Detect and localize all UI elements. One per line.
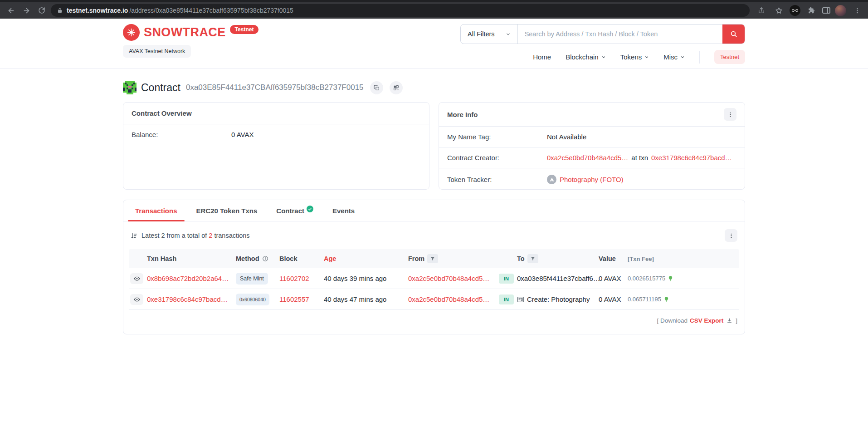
extension-avatar-icon[interactable] <box>790 5 800 16</box>
creator-txn-link[interactable]: 0xe31798c6c84c97bacd… <box>651 154 732 162</box>
brand-name[interactable]: SNOWTRACE <box>144 24 226 41</box>
value-cell: 0 AVAX <box>599 275 628 282</box>
col-age[interactable]: Age <box>324 255 408 262</box>
col-method: Method <box>236 255 279 262</box>
balance-label: Balance: <box>132 131 231 138</box>
page-title: Contract <box>141 82 180 94</box>
kebab-icon <box>728 233 734 239</box>
transactions-count: 2 <box>209 232 212 239</box>
tab-contract[interactable]: Contract <box>269 200 321 221</box>
side-panel-icon[interactable] <box>822 7 830 14</box>
col-block: Block <box>279 255 324 262</box>
transaction-row: 0xe31798c6c84c97bacd… 0x60806040 1160255… <box>129 289 739 310</box>
search-filter-label: All Filters <box>468 30 495 38</box>
from-address-link[interactable]: 0xa2c5e0bd70b48a4cd5… <box>408 275 489 282</box>
gas-bulb-icon <box>663 296 669 302</box>
token-tracker-row: Token Tracker: Photography (FOTO) <box>439 168 745 191</box>
method-badge: 0x60806040 <box>236 294 269 305</box>
csv-export-link[interactable]: CSV Export <box>690 317 723 324</box>
creator-address-link[interactable]: 0xa2c5e0bd70b48a4cd5… <box>547 154 628 162</box>
chevron-down-icon <box>506 32 511 37</box>
to-filter-icon[interactable] <box>527 254 538 263</box>
transactions-card: Transactions ERC20 Token Txns Contract E… <box>123 200 745 334</box>
chevron-down-icon <box>680 55 685 59</box>
info-circle-icon[interactable] <box>262 255 268 262</box>
copy-address-button[interactable] <box>370 81 383 94</box>
reload-icon[interactable] <box>35 4 48 17</box>
eye-icon <box>134 296 140 303</box>
age-value: 40 days 39 mins ago <box>324 275 408 282</box>
creator-at-txn-text: at txn <box>631 154 648 162</box>
transactions-menu-button[interactable] <box>725 229 737 242</box>
search-filter-dropdown[interactable]: All Filters <box>461 25 518 44</box>
contract-creator-label: Contract Creator: <box>447 154 547 162</box>
nav-misc[interactable]: Misc <box>663 53 685 61</box>
col-txn-fee: [Txn Fee] <box>628 255 739 262</box>
contract-address: 0xa03E85F4411e37CBAff635975bf38cB2737F00… <box>186 83 364 92</box>
bookmark-star-icon[interactable] <box>772 4 785 17</box>
main-nav: Home Blockchain Tokens Misc Testnet <box>533 50 745 64</box>
txn-hash-link[interactable]: 0x8b698ac72bd20b2a64… <box>147 275 229 282</box>
nav-testnet-button[interactable]: Testnet <box>714 50 745 64</box>
search-bar: All Filters <box>460 24 745 44</box>
preview-txn-button[interactable] <box>130 273 143 284</box>
profile-avatar[interactable] <box>835 5 846 16</box>
name-tag-label: My Name Tag: <box>447 133 547 141</box>
from-filter-icon[interactable] <box>427 254 438 263</box>
download-icon <box>727 318 732 324</box>
gas-bulb-icon <box>668 275 673 281</box>
txn-fee-value: 0.0026515775 <box>628 275 665 282</box>
sort-descending-icon <box>131 232 137 239</box>
more-info-card: More Info My Name Tag: Not Available Con… <box>439 102 745 190</box>
contract-creation-icon <box>517 296 524 303</box>
back-icon[interactable] <box>5 4 17 17</box>
brand-block: SNOWTRACE Testnet AVAX Testnet Network <box>123 24 258 64</box>
nav-tokens[interactable]: Tokens <box>620 53 649 61</box>
page-title-row: Contract 0xa03E85F4411e37CBAff635975bf38… <box>123 81 745 94</box>
tab-events[interactable]: Events <box>325 200 362 221</box>
browser-chrome: testnet.snowtrace.io /address/0xa03e85f4… <box>0 0 868 19</box>
name-tag-row: My Name Tag: Not Available <box>439 127 745 147</box>
tab-transactions[interactable]: Transactions <box>128 200 185 221</box>
chevron-down-icon <box>644 55 649 59</box>
qr-code-icon <box>393 85 399 91</box>
direction-badge: IN <box>499 274 514 284</box>
nav-home[interactable]: Home <box>533 53 551 61</box>
nav-divider <box>699 51 700 64</box>
table-header-row: Txn Hash Method Block Age From <box>129 249 739 268</box>
tab-erc20-token-txns[interactable]: ERC20 Token Txns <box>189 200 265 221</box>
snowtrace-logo-icon[interactable] <box>123 24 140 41</box>
eye-icon <box>134 275 140 282</box>
block-link[interactable]: 11602702 <box>279 275 309 282</box>
browser-menu-icon[interactable] <box>851 4 863 17</box>
value-cell: 0 AVAX <box>599 295 628 303</box>
search-input[interactable] <box>518 25 722 44</box>
forward-icon[interactable] <box>20 4 33 17</box>
search-button[interactable] <box>722 25 745 44</box>
transaction-row: 0x8b698ac72bd20b2a64… Safe Mint 11602702… <box>129 268 739 289</box>
browser-actions <box>752 4 863 17</box>
transactions-table: Txn Hash Method Block Age From <box>129 249 739 310</box>
transactions-summary-text: Latest 2 from a total of 2 transactions <box>141 232 250 239</box>
share-icon[interactable] <box>755 4 768 17</box>
to-contract-creation: Create: Photography <box>527 295 590 303</box>
txn-fee-value: 0.065711195 <box>628 296 661 303</box>
txn-hash-link[interactable]: 0xe31798c6c84c97bacd… <box>147 295 228 303</box>
chevron-down-icon <box>601 55 606 59</box>
overview-card-title: Contract Overview <box>132 109 192 117</box>
tab-bar: Transactions ERC20 Token Txns Contract E… <box>123 200 745 221</box>
col-to: To <box>517 254 599 263</box>
csv-export-row: [ Download CSV Export ] <box>123 310 745 334</box>
preview-txn-button[interactable] <box>130 294 143 305</box>
qr-code-button[interactable] <box>390 81 403 94</box>
nav-blockchain[interactable]: Blockchain <box>566 53 606 61</box>
extensions-puzzle-icon[interactable] <box>805 4 818 17</box>
balance-value: 0 AVAX <box>231 131 254 138</box>
url-bar[interactable]: testnet.snowtrace.io /address/0xa03e85f4… <box>51 4 750 17</box>
more-info-menu-button[interactable] <box>724 108 736 121</box>
from-address-link[interactable]: 0xa2c5e0bd70b48a4cd5… <box>408 295 489 303</box>
search-icon <box>730 30 737 38</box>
token-tracker-link[interactable]: Photography (FOTO) <box>560 176 624 183</box>
more-info-card-title: More Info <box>447 111 478 118</box>
block-link[interactable]: 11602557 <box>279 295 309 303</box>
